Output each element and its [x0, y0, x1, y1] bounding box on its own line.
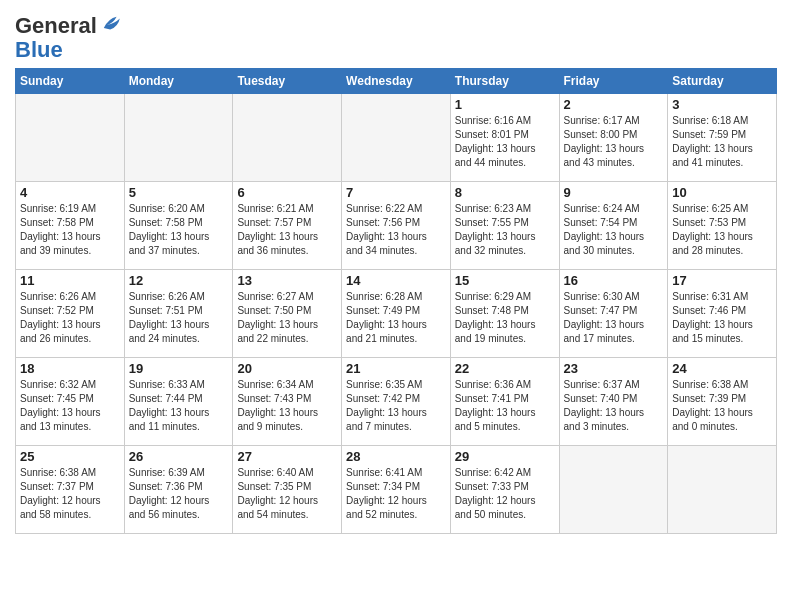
calendar-cell: 21Sunrise: 6:35 AM Sunset: 7:42 PM Dayli…	[342, 358, 451, 446]
calendar-cell: 5Sunrise: 6:20 AM Sunset: 7:58 PM Daylig…	[124, 182, 233, 270]
day-number: 26	[129, 449, 229, 464]
calendar-cell: 18Sunrise: 6:32 AM Sunset: 7:45 PM Dayli…	[16, 358, 125, 446]
calendar-cell: 16Sunrise: 6:30 AM Sunset: 7:47 PM Dayli…	[559, 270, 668, 358]
calendar-cell: 6Sunrise: 6:21 AM Sunset: 7:57 PM Daylig…	[233, 182, 342, 270]
day-info: Sunrise: 6:27 AM Sunset: 7:50 PM Dayligh…	[237, 290, 337, 346]
day-number: 29	[455, 449, 555, 464]
calendar-cell: 12Sunrise: 6:26 AM Sunset: 7:51 PM Dayli…	[124, 270, 233, 358]
day-info: Sunrise: 6:26 AM Sunset: 7:51 PM Dayligh…	[129, 290, 229, 346]
calendar-cell: 22Sunrise: 6:36 AM Sunset: 7:41 PM Dayli…	[450, 358, 559, 446]
day-info: Sunrise: 6:16 AM Sunset: 8:01 PM Dayligh…	[455, 114, 555, 170]
calendar-cell	[16, 94, 125, 182]
day-number: 4	[20, 185, 120, 200]
day-info: Sunrise: 6:31 AM Sunset: 7:46 PM Dayligh…	[672, 290, 772, 346]
calendar-week-1: 1Sunrise: 6:16 AM Sunset: 8:01 PM Daylig…	[16, 94, 777, 182]
calendar-week-4: 18Sunrise: 6:32 AM Sunset: 7:45 PM Dayli…	[16, 358, 777, 446]
col-header-monday: Monday	[124, 69, 233, 94]
day-info: Sunrise: 6:29 AM Sunset: 7:48 PM Dayligh…	[455, 290, 555, 346]
day-number: 24	[672, 361, 772, 376]
day-number: 15	[455, 273, 555, 288]
calendar-cell: 15Sunrise: 6:29 AM Sunset: 7:48 PM Dayli…	[450, 270, 559, 358]
col-header-saturday: Saturday	[668, 69, 777, 94]
calendar-table: SundayMondayTuesdayWednesdayThursdayFrid…	[15, 68, 777, 534]
calendar-cell: 14Sunrise: 6:28 AM Sunset: 7:49 PM Dayli…	[342, 270, 451, 358]
day-info: Sunrise: 6:38 AM Sunset: 7:39 PM Dayligh…	[672, 378, 772, 434]
calendar-cell	[342, 94, 451, 182]
day-info: Sunrise: 6:34 AM Sunset: 7:43 PM Dayligh…	[237, 378, 337, 434]
page-header: General Blue	[15, 10, 777, 62]
day-info: Sunrise: 6:33 AM Sunset: 7:44 PM Dayligh…	[129, 378, 229, 434]
day-number: 7	[346, 185, 446, 200]
day-number: 10	[672, 185, 772, 200]
day-info: Sunrise: 6:19 AM Sunset: 7:58 PM Dayligh…	[20, 202, 120, 258]
day-number: 11	[20, 273, 120, 288]
day-number: 16	[564, 273, 664, 288]
day-number: 21	[346, 361, 446, 376]
day-info: Sunrise: 6:23 AM Sunset: 7:55 PM Dayligh…	[455, 202, 555, 258]
calendar-week-2: 4Sunrise: 6:19 AM Sunset: 7:58 PM Daylig…	[16, 182, 777, 270]
logo-blue: Blue	[15, 38, 123, 62]
day-info: Sunrise: 6:28 AM Sunset: 7:49 PM Dayligh…	[346, 290, 446, 346]
day-number: 6	[237, 185, 337, 200]
calendar-cell	[559, 446, 668, 534]
day-number: 2	[564, 97, 664, 112]
day-number: 23	[564, 361, 664, 376]
calendar-cell: 3Sunrise: 6:18 AM Sunset: 7:59 PM Daylig…	[668, 94, 777, 182]
col-header-sunday: Sunday	[16, 69, 125, 94]
day-number: 13	[237, 273, 337, 288]
col-header-tuesday: Tuesday	[233, 69, 342, 94]
calendar-cell: 11Sunrise: 6:26 AM Sunset: 7:52 PM Dayli…	[16, 270, 125, 358]
calendar-cell: 19Sunrise: 6:33 AM Sunset: 7:44 PM Dayli…	[124, 358, 233, 446]
col-header-friday: Friday	[559, 69, 668, 94]
calendar-cell: 24Sunrise: 6:38 AM Sunset: 7:39 PM Dayli…	[668, 358, 777, 446]
day-info: Sunrise: 6:26 AM Sunset: 7:52 PM Dayligh…	[20, 290, 120, 346]
day-info: Sunrise: 6:30 AM Sunset: 7:47 PM Dayligh…	[564, 290, 664, 346]
day-number: 14	[346, 273, 446, 288]
col-header-wednesday: Wednesday	[342, 69, 451, 94]
day-info: Sunrise: 6:39 AM Sunset: 7:36 PM Dayligh…	[129, 466, 229, 522]
day-number: 17	[672, 273, 772, 288]
day-number: 20	[237, 361, 337, 376]
day-info: Sunrise: 6:41 AM Sunset: 7:34 PM Dayligh…	[346, 466, 446, 522]
logo-general: General	[15, 14, 97, 38]
day-info: Sunrise: 6:35 AM Sunset: 7:42 PM Dayligh…	[346, 378, 446, 434]
logo: General Blue	[15, 14, 123, 62]
calendar-cell: 17Sunrise: 6:31 AM Sunset: 7:46 PM Dayli…	[668, 270, 777, 358]
day-info: Sunrise: 6:20 AM Sunset: 7:58 PM Dayligh…	[129, 202, 229, 258]
day-info: Sunrise: 6:21 AM Sunset: 7:57 PM Dayligh…	[237, 202, 337, 258]
day-info: Sunrise: 6:25 AM Sunset: 7:53 PM Dayligh…	[672, 202, 772, 258]
calendar-cell: 13Sunrise: 6:27 AM Sunset: 7:50 PM Dayli…	[233, 270, 342, 358]
day-number: 5	[129, 185, 229, 200]
day-number: 27	[237, 449, 337, 464]
calendar-cell	[233, 94, 342, 182]
logo-bird-icon	[99, 12, 123, 36]
day-number: 8	[455, 185, 555, 200]
calendar-cell	[668, 446, 777, 534]
calendar-cell: 23Sunrise: 6:37 AM Sunset: 7:40 PM Dayli…	[559, 358, 668, 446]
day-info: Sunrise: 6:42 AM Sunset: 7:33 PM Dayligh…	[455, 466, 555, 522]
day-info: Sunrise: 6:36 AM Sunset: 7:41 PM Dayligh…	[455, 378, 555, 434]
day-number: 12	[129, 273, 229, 288]
day-info: Sunrise: 6:32 AM Sunset: 7:45 PM Dayligh…	[20, 378, 120, 434]
calendar-cell: 1Sunrise: 6:16 AM Sunset: 8:01 PM Daylig…	[450, 94, 559, 182]
calendar-cell	[124, 94, 233, 182]
calendar-header-row: SundayMondayTuesdayWednesdayThursdayFrid…	[16, 69, 777, 94]
day-info: Sunrise: 6:37 AM Sunset: 7:40 PM Dayligh…	[564, 378, 664, 434]
day-number: 28	[346, 449, 446, 464]
day-number: 25	[20, 449, 120, 464]
calendar-cell: 2Sunrise: 6:17 AM Sunset: 8:00 PM Daylig…	[559, 94, 668, 182]
calendar-cell: 7Sunrise: 6:22 AM Sunset: 7:56 PM Daylig…	[342, 182, 451, 270]
day-info: Sunrise: 6:24 AM Sunset: 7:54 PM Dayligh…	[564, 202, 664, 258]
calendar-week-3: 11Sunrise: 6:26 AM Sunset: 7:52 PM Dayli…	[16, 270, 777, 358]
calendar-cell: 26Sunrise: 6:39 AM Sunset: 7:36 PM Dayli…	[124, 446, 233, 534]
day-info: Sunrise: 6:22 AM Sunset: 7:56 PM Dayligh…	[346, 202, 446, 258]
calendar-cell: 20Sunrise: 6:34 AM Sunset: 7:43 PM Dayli…	[233, 358, 342, 446]
day-info: Sunrise: 6:40 AM Sunset: 7:35 PM Dayligh…	[237, 466, 337, 522]
calendar-cell: 28Sunrise: 6:41 AM Sunset: 7:34 PM Dayli…	[342, 446, 451, 534]
day-number: 18	[20, 361, 120, 376]
day-number: 3	[672, 97, 772, 112]
calendar-cell: 4Sunrise: 6:19 AM Sunset: 7:58 PM Daylig…	[16, 182, 125, 270]
col-header-thursday: Thursday	[450, 69, 559, 94]
day-number: 9	[564, 185, 664, 200]
calendar-week-5: 25Sunrise: 6:38 AM Sunset: 7:37 PM Dayli…	[16, 446, 777, 534]
